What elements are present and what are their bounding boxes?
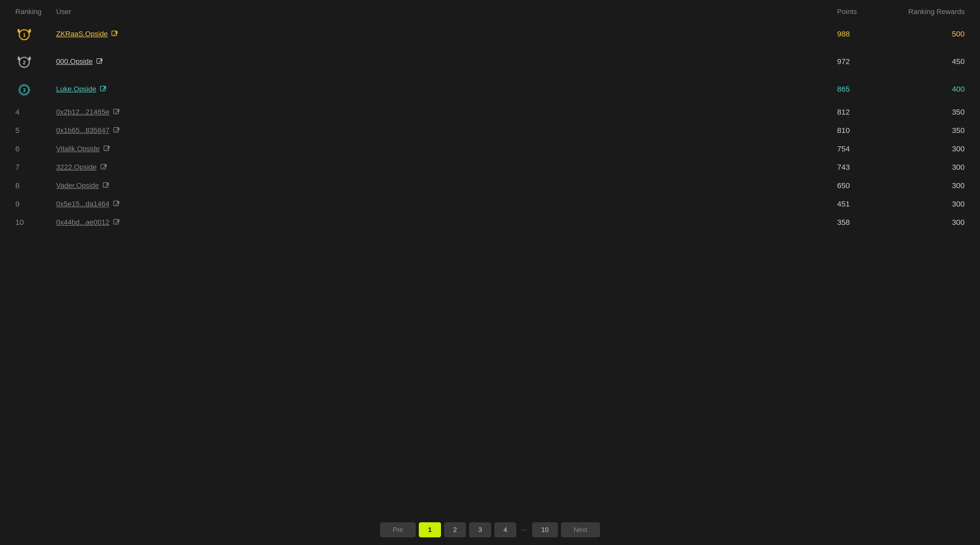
leaderboard-container: Ranking User Points Ranking Rewards 1 ZK…: [0, 0, 980, 515]
pagination: Pre 1 2 3 4 ··· 10 Next: [0, 515, 980, 545]
username-0[interactable]: ZKRaaS.Opside: [56, 30, 108, 38]
rewards-cell-2: 400: [888, 85, 965, 93]
external-link-icon[interactable]: [100, 86, 107, 92]
prev-button[interactable]: Pre: [380, 522, 416, 537]
username-7[interactable]: Vader.Opside: [56, 182, 99, 190]
external-link-icon[interactable]: [111, 30, 118, 38]
table-row: 40x2b12...21465e 812350: [10, 103, 970, 121]
external-link-icon[interactable]: [113, 201, 120, 207]
username-9[interactable]: 0x44bd...ae0012: [56, 218, 110, 226]
points-cell-8: 451: [837, 200, 888, 208]
points-cell-7: 650: [837, 181, 888, 190]
rank-cell-3: 3: [15, 80, 56, 98]
table-row: 1 ZKRaaS.Opside 988500: [10, 21, 970, 48]
rank-cell-9: 9: [15, 200, 56, 208]
username-5[interactable]: Vitalik.Opside: [56, 145, 100, 153]
rank-cell-5: 5: [15, 126, 56, 135]
external-link-icon[interactable]: [103, 145, 110, 152]
table-row: 90x5e15...da1464 451300: [10, 195, 970, 213]
table-row: 2 000.Opside 972450: [10, 48, 970, 75]
rewards-cell-7: 300: [888, 181, 965, 190]
svg-text:1: 1: [23, 32, 25, 38]
external-link-icon[interactable]: [113, 219, 120, 226]
rank-number-4: 4: [15, 108, 20, 116]
username-3[interactable]: 0x2b12...21465e: [56, 108, 110, 116]
rank-number-6: 6: [15, 145, 20, 153]
rewards-cell-1: 450: [888, 57, 965, 66]
user-cell-1: 000.Opside: [56, 57, 837, 65]
points-cell-0: 988: [837, 30, 888, 38]
table-row: 8Vader.Opside 650300: [10, 177, 970, 194]
rank-cell-6: 6: [15, 145, 56, 153]
user-cell-4: 0x1b65...835847: [56, 126, 837, 134]
username-1[interactable]: 000.Opside: [56, 57, 93, 65]
table-row: 100x44bd...ae0012 358300: [10, 214, 970, 231]
user-cell-3: 0x2b12...21465e: [56, 108, 837, 116]
col-points-header: Points: [837, 8, 888, 16]
points-cell-2: 865: [837, 85, 888, 93]
username-6[interactable]: 3222.Opside: [56, 163, 97, 171]
external-link-icon[interactable]: [100, 164, 107, 171]
rank-cell-7: 7: [15, 163, 56, 172]
page-10-button[interactable]: 10: [532, 522, 558, 537]
table-row: 50x1b65...835847 810350: [10, 121, 970, 139]
rank-number-5: 5: [15, 126, 20, 135]
external-link-icon[interactable]: [113, 127, 120, 134]
rank-cell-8: 8: [15, 181, 56, 190]
rank-number-10: 10: [15, 218, 24, 227]
table-row: 3 Luke.Opside 865400: [10, 76, 970, 103]
external-link-icon[interactable]: [103, 182, 110, 189]
page-3-button[interactable]: 3: [469, 522, 491, 537]
username-8[interactable]: 0x5e15...da1464: [56, 200, 110, 208]
rewards-cell-0: 500: [888, 30, 965, 38]
points-cell-9: 358: [837, 218, 888, 227]
svg-text:3: 3: [23, 87, 25, 93]
rewards-cell-8: 300: [888, 200, 965, 208]
svg-text:2: 2: [23, 60, 25, 65]
col-rewards-header: Ranking Rewards: [888, 8, 965, 16]
rewards-cell-5: 300: [888, 145, 965, 153]
table-header: Ranking User Points Ranking Rewards: [10, 5, 970, 18]
rank-cell-10: 10: [15, 218, 56, 227]
page-4-button[interactable]: 4: [494, 522, 516, 537]
user-cell-2: Luke.Opside: [56, 85, 837, 93]
user-cell-0: ZKRaaS.Opside: [56, 30, 837, 38]
page-2-button[interactable]: 2: [444, 522, 466, 537]
table-row: 73222.Opside 743300: [10, 158, 970, 176]
user-cell-6: 3222.Opside: [56, 163, 837, 171]
points-cell-5: 754: [837, 145, 888, 153]
rank-number-9: 9: [15, 200, 20, 208]
rewards-cell-9: 300: [888, 218, 965, 227]
page-1-button[interactable]: 1: [419, 522, 441, 537]
rewards-cell-6: 300: [888, 163, 965, 172]
rank-number-7: 7: [15, 163, 20, 172]
rewards-cell-3: 350: [888, 108, 965, 116]
rank-cell-2: 2: [15, 53, 56, 70]
user-cell-8: 0x5e15...da1464: [56, 200, 837, 208]
username-2[interactable]: Luke.Opside: [56, 85, 96, 93]
username-4[interactable]: 0x1b65...835847: [56, 126, 110, 134]
rank-cell-4: 4: [15, 108, 56, 116]
points-cell-4: 810: [837, 126, 888, 135]
table-row: 6Vitalik.Opside 754300: [10, 140, 970, 158]
points-cell-3: 812: [837, 108, 888, 116]
table-body: 1 ZKRaaS.Opside 988500 2 000.Opside 9724…: [10, 21, 970, 231]
user-cell-9: 0x44bd...ae0012: [56, 218, 837, 226]
points-cell-1: 972: [837, 57, 888, 66]
col-user-header: User: [56, 8, 837, 16]
col-ranking-header: Ranking: [15, 8, 56, 16]
external-link-icon[interactable]: [113, 108, 120, 116]
points-cell-6: 743: [837, 163, 888, 172]
next-button[interactable]: Next: [561, 522, 600, 537]
rank-number-8: 8: [15, 181, 20, 190]
external-link-icon[interactable]: [96, 58, 103, 65]
rank-cell-1: 1: [15, 25, 56, 43]
user-cell-7: Vader.Opside: [56, 182, 837, 190]
page-dots: ···: [519, 522, 529, 537]
user-cell-5: Vitalik.Opside: [56, 145, 837, 153]
rewards-cell-4: 350: [888, 126, 965, 135]
